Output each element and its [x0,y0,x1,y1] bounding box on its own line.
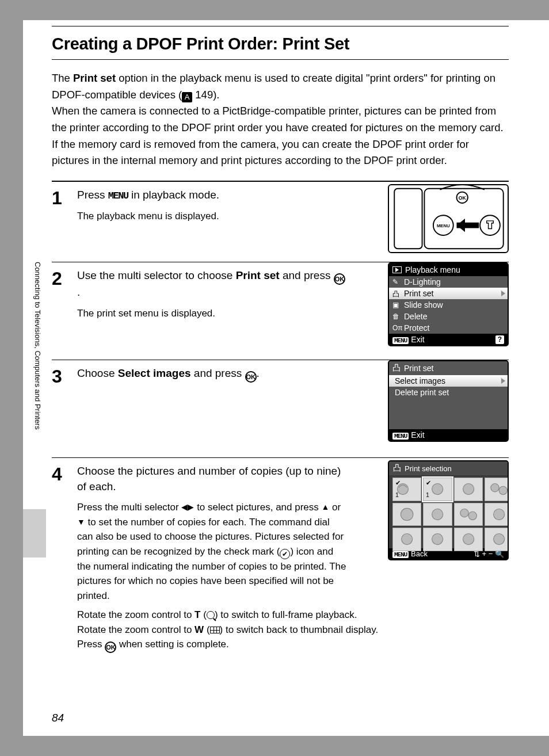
down-arrow-icon: ▼ [77,517,85,526]
print-set-screen: 凸 Print set Select images Delete print s… [388,360,509,442]
svg-point-18 [460,509,468,517]
step-subtext: Press the multi selector ◀▶ to select pi… [77,500,348,603]
menu-item-selected: 凸Print set [389,288,508,299]
tab-highlight [23,509,46,558]
svg-text:OK: OK [459,195,467,201]
camera-diagram: OK MENU [388,184,509,253]
menu-box-icon: MENU [392,551,409,558]
svg-point-6 [480,215,500,235]
page-title: Creating a DPOF Print Order: Print Set [52,35,509,54]
step-number: 4 [52,464,77,653]
magnify-icon [207,611,215,619]
step-heading: Choose Select images and press OK. [77,366,348,383]
thumbnail [392,528,421,551]
step-subtext: The playback menu is displayed. [77,209,348,224]
print-icon: 凸 [392,289,399,299]
print-icon: 凸 [393,463,401,474]
thumbnail [454,478,483,501]
ok-icon: OK [245,371,257,383]
thumbnail-selected: ✔1 [423,478,452,501]
svg-rect-0 [394,189,422,249]
thumbnail [485,528,509,551]
step-2: 2 Use the multi selector to choose Print… [52,262,509,360]
thumbnail [485,478,509,501]
screen-title-row: Playback menu [389,264,508,276]
dlighting-icon: ✎ [392,278,398,286]
svg-text:MENU: MENU [437,223,450,228]
svg-point-24 [493,534,504,545]
thumbnail [423,503,452,526]
playback-menu-screen: Playback menu ✎D-Lighting 凸Print set ▣Sl… [388,262,509,346]
manual-page: Connecting to Televisions, Computers and… [23,20,549,736]
step-heading: Press MENU in playback mode. [77,188,348,203]
protect-icon: Oπ [392,324,403,332]
slideshow-icon: ▣ [392,301,399,309]
ok-icon: OK [334,273,345,285]
thumbnail [454,528,483,551]
step-4: 4 Choose the pictures and number of copi… [52,457,509,668]
menu-item: Delete print set [389,387,508,398]
menu-item: OπProtect [389,322,508,334]
thumbnail [423,528,452,551]
svg-text:1: 1 [426,491,429,498]
step-heading: Choose the pictures and number of copies… [77,464,348,494]
svg-point-20 [493,509,504,520]
menu-item-selected: Select images [389,375,508,387]
screen-title: Playback menu [405,265,460,274]
step-number: 3 [52,366,77,442]
playback-icon [392,266,402,273]
step-3: 3 Choose Select images and press OK. 凸 P… [52,360,509,457]
screen-title-row: 凸 Print set [389,361,508,375]
screen-title-row: 凸 Print selection [389,461,508,475]
thumbnail-grid: ✔1 ✔1 [389,475,508,548]
print-icon: 凸 [392,363,401,373]
left-right-arrow-icon: ◀▶ [181,502,194,511]
step-subtext: Rotate the zoom control to T () to switc… [77,608,509,653]
delete-icon: 🗑 [392,312,399,320]
svg-point-15 [499,486,507,494]
up-arrow-icon: ▲ [322,502,330,511]
thumbnail [485,503,509,526]
step-heading: Use the multi selector to choose Print s… [77,268,348,300]
svg-text:✔: ✔ [395,479,401,486]
reference-icon: A [182,92,192,102]
thumbnail [392,503,421,526]
step-number: 2 [52,268,77,345]
section-tab: Connecting to Televisions, Computers and… [33,262,42,503]
svg-text:1: 1 [395,491,399,498]
menu-item: 🗑Delete [389,311,508,322]
svg-point-17 [432,509,443,520]
intro-text: The Print set option in the playback men… [52,70,509,169]
svg-point-21 [402,534,413,545]
screen-title: Print set [404,364,433,373]
svg-point-23 [463,534,474,545]
svg-point-16 [401,508,413,520]
menu-item: ▣Slide show [389,299,508,311]
ok-icon: OK [105,642,116,653]
svg-text:✔: ✔ [426,479,431,486]
menu-box-icon: MENU [392,433,409,440]
svg-point-14 [491,484,499,492]
screen-footer: MENU Exit ? [389,334,508,345]
help-icon: ? [495,335,504,344]
print-selection-screen: 凸 Print selection ✔1 ✔1 [388,460,509,560]
svg-point-19 [468,511,476,520]
thumbnail: ✔1 [392,478,421,501]
menu-button-label: MENU [108,190,128,201]
thumbnail [454,503,483,526]
svg-point-22 [432,534,443,545]
step-subtext: The print set menu is displayed. [77,306,348,321]
svg-point-13 [463,484,474,495]
thumbnail-grid-icon [210,627,220,633]
check-icon: ✔ [280,549,290,559]
screen-footer: MENU Exit [389,429,508,441]
step-number: 1 [52,188,77,247]
svg-point-10 [432,484,443,495]
menu-item: ✎D-Lighting [389,276,508,288]
page-number: 84 [52,712,64,724]
menu-box-icon: MENU [392,337,409,344]
screen-title: Print selection [405,464,452,473]
step-1: 1 Press MENU in playback mode. The playb… [52,181,509,262]
